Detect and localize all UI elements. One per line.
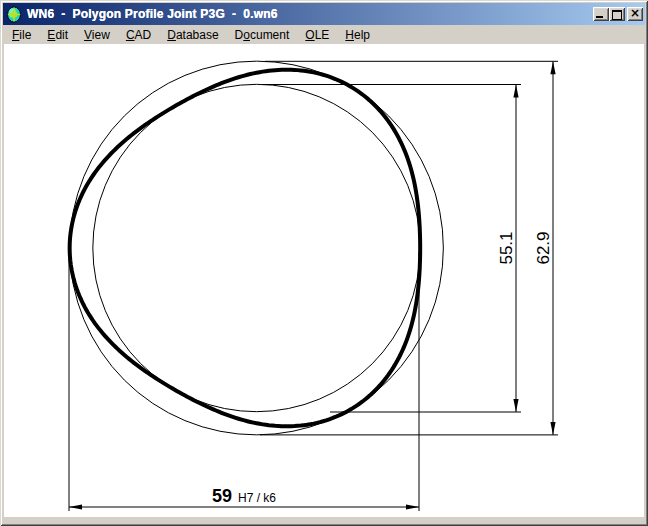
- menu-item-view[interactable]: View: [76, 26, 118, 45]
- menu-item-edit[interactable]: Edit: [39, 26, 76, 45]
- drawing-canvas[interactable]: [4, 44, 644, 517]
- minimize-button[interactable]: [593, 7, 609, 21]
- close-icon: ×: [627, 7, 643, 21]
- menu-item-ole[interactable]: OLE: [297, 26, 337, 45]
- menu-item-cad[interactable]: CAD: [118, 26, 159, 45]
- window-title: WN6 - Polygon Profile Joint P3G - 0.wn6: [27, 7, 593, 21]
- menu-item-help[interactable]: Help: [337, 26, 378, 45]
- app-icon: [5, 5, 23, 23]
- menu-item-database[interactable]: Database: [159, 26, 226, 45]
- menu-bar: FileEditViewCADDatabaseDocumentOLEHelp: [4, 26, 644, 44]
- menu-item-document[interactable]: Document: [227, 26, 298, 45]
- window-controls: ×: [593, 7, 643, 21]
- title-bar[interactable]: WN6 - Polygon Profile Joint P3G - 0.wn6 …: [3, 3, 645, 25]
- maximize-button[interactable]: [609, 7, 625, 21]
- close-button[interactable]: ×: [627, 7, 643, 21]
- maximize-icon: [612, 10, 622, 20]
- app-window: WN6 - Polygon Profile Joint P3G - 0.wn6 …: [0, 0, 648, 526]
- minimize-icon: [596, 16, 603, 18]
- menu-item-file[interactable]: File: [4, 26, 39, 45]
